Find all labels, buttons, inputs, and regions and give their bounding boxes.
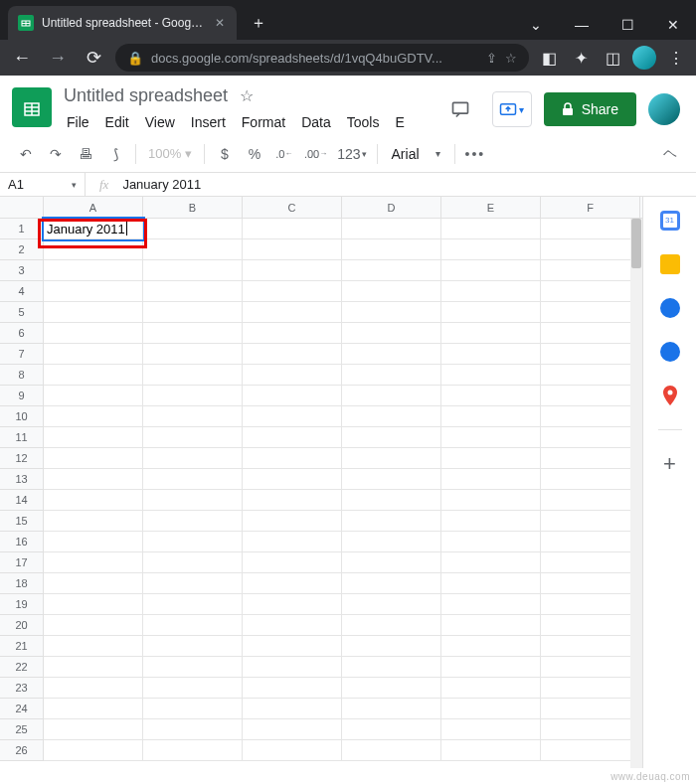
- maps-icon[interactable]: [660, 386, 680, 405]
- formula-input[interactable]: [122, 177, 696, 192]
- cell[interactable]: [441, 365, 541, 386]
- cell[interactable]: [342, 469, 441, 490]
- cell[interactable]: [143, 239, 243, 260]
- calendar-icon[interactable]: 31: [660, 211, 680, 231]
- cell[interactable]: [541, 323, 640, 344]
- document-title[interactable]: Untitled spreadsheet: [60, 83, 232, 108]
- cell[interactable]: [342, 615, 441, 636]
- cell[interactable]: [541, 302, 640, 323]
- cell[interactable]: [441, 406, 541, 427]
- cell[interactable]: [441, 469, 541, 490]
- cell[interactable]: [441, 719, 541, 740]
- cell[interactable]: [143, 532, 243, 552]
- cell[interactable]: [243, 511, 342, 532]
- cell[interactable]: [342, 532, 441, 552]
- cell[interactable]: [342, 323, 441, 344]
- cell[interactable]: [243, 386, 342, 406]
- cell[interactable]: [243, 427, 342, 448]
- cell[interactable]: [243, 719, 342, 740]
- cell[interactable]: [44, 302, 143, 323]
- cell[interactable]: [143, 511, 243, 532]
- select-all-corner[interactable]: [0, 197, 44, 218]
- close-button[interactable]: ✕: [650, 10, 696, 40]
- cell[interactable]: [342, 594, 441, 615]
- cell[interactable]: [541, 219, 640, 239]
- cell[interactable]: [143, 573, 243, 594]
- cell[interactable]: [143, 448, 243, 469]
- cell[interactable]: [44, 678, 143, 699]
- cell[interactable]: [342, 219, 441, 239]
- cell[interactable]: [44, 699, 143, 719]
- cell[interactable]: [143, 344, 243, 365]
- cell[interactable]: [342, 719, 441, 740]
- cell[interactable]: [143, 719, 243, 740]
- cell[interactable]: [441, 448, 541, 469]
- cell[interactable]: [243, 448, 342, 469]
- cell[interactable]: [441, 323, 541, 344]
- row-header[interactable]: 9: [0, 386, 44, 406]
- row-header[interactable]: 4: [0, 281, 44, 302]
- cell[interactable]: [143, 678, 243, 699]
- extension-icon[interactable]: ◧: [537, 46, 561, 70]
- cell[interactable]: [441, 615, 541, 636]
- cell[interactable]: [541, 699, 640, 719]
- column-header[interactable]: A: [44, 197, 143, 218]
- chevron-down-icon[interactable]: ⌄: [513, 10, 559, 40]
- keep-icon[interactable]: [660, 254, 680, 274]
- cell[interactable]: [441, 490, 541, 511]
- row-header[interactable]: 19: [0, 594, 44, 615]
- cell[interactable]: [44, 448, 143, 469]
- cell[interactable]: [541, 636, 640, 657]
- cell[interactable]: [143, 740, 243, 761]
- cell[interactable]: [541, 678, 640, 699]
- cell[interactable]: [541, 469, 640, 490]
- cell[interactable]: [243, 615, 342, 636]
- cell[interactable]: [243, 239, 342, 260]
- cell[interactable]: [243, 552, 342, 573]
- row-header[interactable]: 25: [0, 719, 44, 740]
- cell[interactable]: [541, 657, 640, 678]
- cell[interactable]: [243, 740, 342, 761]
- cell[interactable]: [541, 552, 640, 573]
- row-header[interactable]: 2: [0, 239, 44, 260]
- column-header[interactable]: F: [541, 197, 640, 218]
- cell[interactable]: [342, 281, 441, 302]
- cell[interactable]: [243, 219, 342, 239]
- cell[interactable]: [441, 427, 541, 448]
- cell[interactable]: [342, 365, 441, 386]
- paint-format-button[interactable]: ⟆: [101, 141, 129, 167]
- cell[interactable]: [44, 740, 143, 761]
- cell[interactable]: [541, 740, 640, 761]
- menu-view[interactable]: View: [138, 110, 182, 134]
- menu-edit[interactable]: Edit: [98, 110, 136, 134]
- cell[interactable]: [143, 490, 243, 511]
- column-header[interactable]: D: [342, 197, 441, 218]
- row-header[interactable]: 3: [0, 260, 44, 281]
- cell[interactable]: [541, 427, 640, 448]
- cell[interactable]: [342, 740, 441, 761]
- cell[interactable]: [243, 365, 342, 386]
- menu-format[interactable]: Format: [235, 110, 292, 134]
- more-formats-button[interactable]: 123▾: [333, 141, 370, 167]
- more-toolbar-button[interactable]: •••: [461, 141, 490, 167]
- sheets-logo-icon[interactable]: [12, 87, 52, 127]
- cell[interactable]: [143, 365, 243, 386]
- cell[interactable]: [441, 219, 541, 239]
- column-header[interactable]: E: [441, 197, 541, 218]
- cell[interactable]: [44, 406, 143, 427]
- back-button[interactable]: ←: [8, 44, 36, 72]
- spreadsheet-grid[interactable]: ABCDEF1January 2011234567891011121314151…: [0, 197, 642, 768]
- cell[interactable]: [243, 281, 342, 302]
- cell[interactable]: [143, 594, 243, 615]
- row-header[interactable]: 17: [0, 552, 44, 573]
- side-panel-icon[interactable]: ◫: [601, 46, 624, 70]
- share-button[interactable]: Share: [544, 92, 636, 126]
- cell[interactable]: [143, 406, 243, 427]
- cell[interactable]: [541, 406, 640, 427]
- cell[interactable]: [44, 469, 143, 490]
- cell[interactable]: [441, 281, 541, 302]
- percent-button[interactable]: %: [241, 141, 268, 167]
- row-header[interactable]: 24: [0, 699, 44, 719]
- cell[interactable]: [541, 448, 640, 469]
- cell[interactable]: [441, 386, 541, 406]
